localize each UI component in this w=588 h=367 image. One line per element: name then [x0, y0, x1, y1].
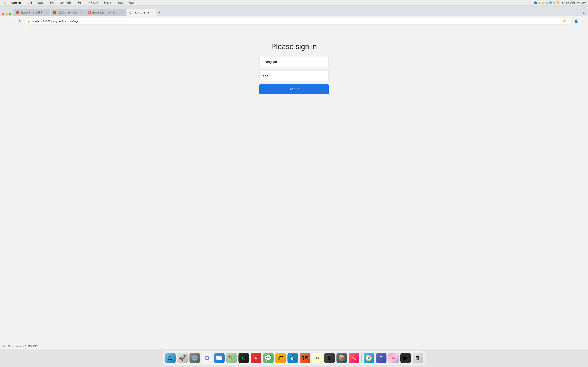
menubar-icons: 🔵 🔔 ✍️ 🌐 🔷 🔋 📶 [534, 1, 560, 4]
back-button: ← [2, 18, 8, 24]
dock-icon-display[interactable]: 🖥 [324, 353, 335, 363]
forward-button: → [10, 18, 16, 24]
tab-close-signin[interactable]: × [150, 11, 154, 14]
page-content: Please sign in Sign in [0, 26, 588, 349]
address-star-icon[interactable]: ☆ [567, 20, 569, 23]
dock-icon-launchpad[interactable]: 🚀 [177, 353, 188, 363]
maximize-window-btn[interactable] [9, 13, 11, 16]
svg-point-2 [206, 357, 208, 359]
menu-file[interactable]: 文件 [26, 1, 34, 5]
menu-tabs[interactable]: 标签页 [103, 1, 113, 5]
dock-separator [361, 354, 362, 363]
menu-help[interactable]: 帮助 [127, 1, 135, 5]
dock-icon-wechat[interactable]: 💬 [263, 353, 274, 363]
dock-icon-photos[interactable]: 🌸 [388, 353, 399, 363]
dock-icon-quicktime[interactable]: ▶ [400, 353, 411, 363]
status-url: https://blog.csdn.net/m0_51945027... [2, 345, 39, 347]
dock-area: 🗂 🚀 ⚙️ ✉️ 🪁 >_ W 💬 🏷 🐧 🗺 Aa 🖥 📦 ✏️ 🧭 T [0, 349, 588, 367]
tab-favicon-on: On [88, 11, 91, 14]
tab-favicon-csdn2: C [53, 11, 56, 14]
browser-window: C 内容管理-CSDN博客 × C 写文章-CSDN博客 × On 未命名文件 … [0, 6, 588, 349]
dock-icon-trash[interactable]: 🗑 [413, 353, 423, 363]
tab-csdn-write[interactable]: C 写文章-CSDN博客 × [51, 9, 85, 16]
dock-icon-safari[interactable]: 🧭 [364, 353, 374, 363]
new-tab-button[interactable]: + [156, 10, 162, 16]
address-bar[interactable]: 🔒 localhost:8080/spring-boot-security/lo… [25, 18, 572, 25]
profile-button[interactable]: 👤 [573, 18, 579, 24]
menubar-time: 8月1日 周日 下午5:30 [562, 1, 586, 4]
address-bar-icons: 🔑 ☆ [562, 20, 569, 23]
address-lock-icon: 🔒 [27, 20, 30, 23]
dock-icon-typora[interactable]: T [376, 353, 387, 363]
menu-edit[interactable]: 编辑 [37, 1, 45, 5]
dock-icon-dictionary[interactable]: Aa [312, 353, 323, 363]
password-input[interactable] [259, 71, 329, 81]
tab-favicon-signin: 🔒 [129, 11, 132, 14]
tab-favicon-csdn: C [16, 11, 19, 14]
dock-icon-terminal[interactable]: >_ [238, 353, 249, 363]
sign-in-button[interactable]: Sign in [259, 84, 329, 94]
menubar-right: 🔵 🔔 ✍️ 🌐 🔷 🔋 📶 8月1日 周日 下午5:30 [534, 1, 586, 4]
tab-close-csdn-write[interactable]: × [79, 11, 82, 14]
minimize-window-btn[interactable] [5, 13, 8, 16]
menubar:  Chrome 文件 编辑 视图 历史记录 书签 个人资料 标签页 窗口 帮助… [0, 0, 588, 6]
dock: 🗂 🚀 ⚙️ ✉️ 🪁 >_ W 💬 🏷 🐧 🗺 Aa 🖥 📦 ✏️ 🧭 T [163, 351, 425, 365]
page-heading: Please sign in [259, 42, 329, 51]
dock-icon-wps[interactable]: W [251, 353, 261, 363]
tab-title-signin: Please sign in [134, 11, 149, 14]
extensions-icon[interactable]: ⬇ [581, 11, 586, 16]
dock-icon-maptool[interactable]: 🗺 [300, 353, 310, 363]
address-text: localhost:8080/spring-boot-security/logi… [32, 20, 561, 23]
tab-processon[interactable]: On 未命名文件 - ProcessOn × [85, 9, 126, 16]
address-key-icon[interactable]: 🔑 [562, 20, 566, 23]
menu-history[interactable]: 历史记录 [59, 1, 72, 5]
login-container: Please sign in Sign in [259, 42, 329, 94]
apple-menu[interactable]:  [2, 1, 6, 5]
menu-bookmarks[interactable]: 书签 [75, 1, 83, 5]
app-name[interactable]: Chrome [10, 1, 23, 5]
dock-icon-chrome[interactable] [202, 353, 212, 363]
dock-icon-pencil[interactable]: ✏️ [349, 353, 359, 363]
address-bar-area: ← → ↻ 🔒 localhost:8080/spring-boot-secur… [0, 16, 588, 26]
dock-icon-feishu[interactable]: 🪁 [226, 353, 237, 363]
tab-signin[interactable]: 🔒 Please sign in × [127, 9, 156, 16]
tab-title-processon: 未命名文件 - ProcessOn [92, 11, 119, 15]
username-input[interactable] [259, 57, 329, 67]
menu-window[interactable]: 窗口 [116, 1, 124, 5]
dock-icon-qq[interactable]: 🐧 [287, 353, 298, 363]
dock-icon-system-prefs[interactable]: ⚙️ [190, 353, 200, 363]
status-bar: https://blog.csdn.net/m0_51945027... [0, 344, 588, 348]
browser-toolbar-right: 👤 ⋮ [573, 18, 586, 24]
dock-icon-vmware[interactable]: 📦 [337, 353, 347, 363]
more-button[interactable]: ⋮ [580, 18, 586, 24]
dock-icon-finder[interactable]: 🗂 [165, 353, 176, 363]
dock-icon-itag[interactable]: 🏷 [275, 353, 286, 363]
tab-title-csdn-write: 写文章-CSDN博客 [58, 11, 78, 15]
tab-title-csdn-content: 内容管理-CSDN博客 [20, 11, 43, 15]
menu-profile[interactable]: 个人资料 [86, 1, 99, 5]
tab-close-processon[interactable]: × [121, 11, 124, 14]
tab-bar: C 内容管理-CSDN博客 × C 写文章-CSDN博客 × On 未命名文件 … [0, 6, 588, 16]
reload-button[interactable]: ↻ [17, 18, 23, 24]
tab-close-csdn-content[interactable]: × [44, 11, 48, 14]
tab-csdn-content[interactable]: C 内容管理-CSDN博客 × [13, 9, 50, 16]
close-window-btn[interactable] [2, 13, 4, 16]
dock-icon-mail[interactable]: ✉️ [214, 353, 225, 363]
menu-view[interactable]: 视图 [48, 1, 56, 5]
